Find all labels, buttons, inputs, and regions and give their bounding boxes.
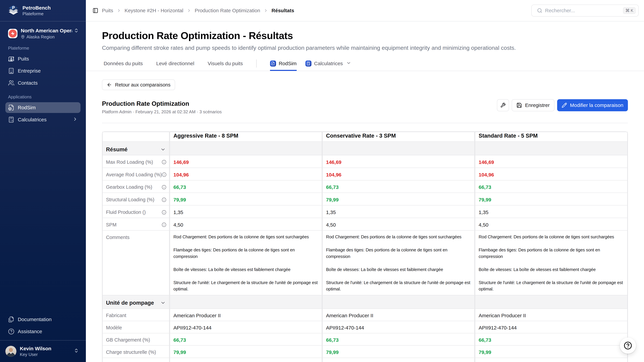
svg-text:P: P: [12, 5, 15, 10]
